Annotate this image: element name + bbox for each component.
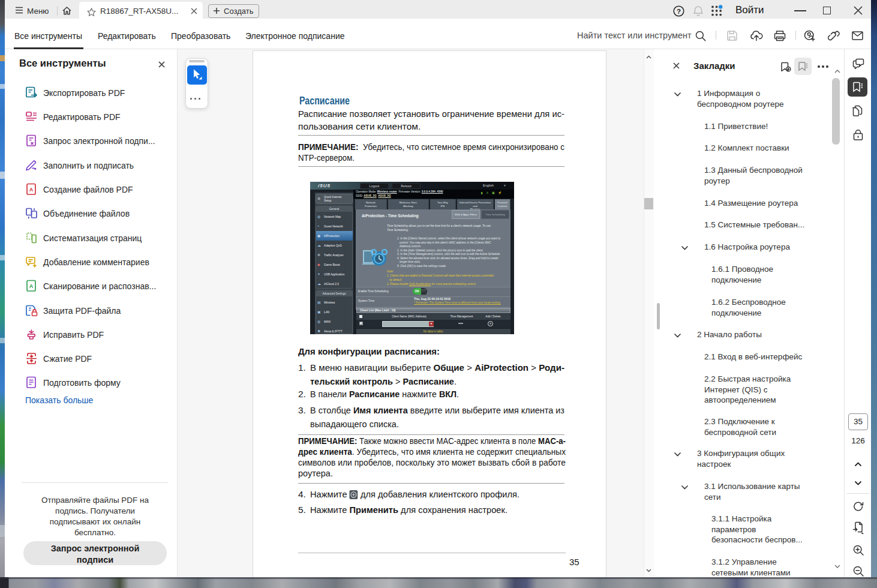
svg-text:A: A bbox=[29, 283, 34, 289]
svg-text:A: A bbox=[29, 187, 33, 193]
svg-text:?: ? bbox=[677, 8, 681, 15]
